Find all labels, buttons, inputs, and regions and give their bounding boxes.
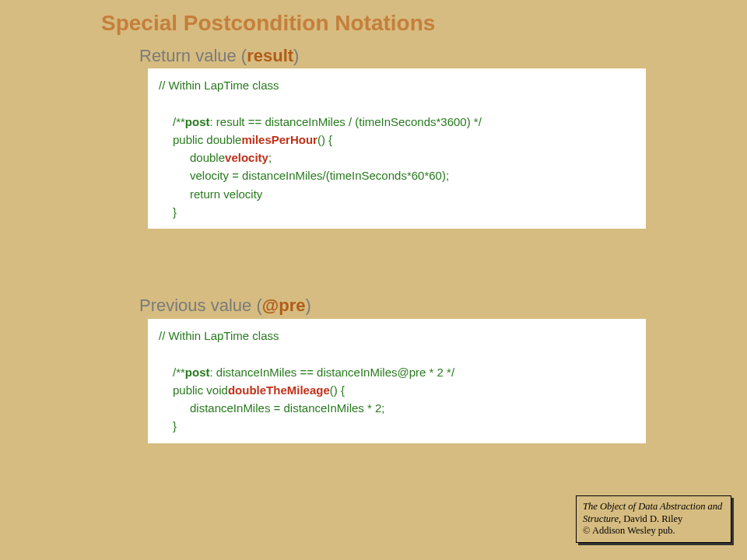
code-frag: ; [268,151,272,164]
code-line: /** post: result == distanceInMiles / (t… [159,113,635,131]
section1-heading-post: ) [293,46,299,65]
code-line: distanceInMiles = distanceInMiles * 2; [159,399,635,417]
code-frag: double [159,149,225,166]
credit-author: , David D. Riley [619,513,682,524]
code-line: // Within LapTime class [159,327,635,345]
section2-heading-em: @pre [262,296,306,315]
code-line: public double milesPerHour() { [159,131,635,149]
credit-publisher: © Addison Wesley pub. [583,525,675,536]
code-frag: } [159,203,177,221]
code-line: velocity = distanceInMiles/(timeInSecond… [159,166,635,184]
method-name: milesPerHour [241,133,317,146]
code-frag: () { [330,383,345,397]
code-keyword-post: post [185,366,210,379]
section1-heading: Return value (result) [139,46,299,66]
method-name: doubleTheMileage [228,383,330,397]
code-line: public void doubleTheMileage() { [159,381,635,399]
credit-box: The Object of Data Abstraction and Struc… [576,495,731,543]
code-line: } [159,417,635,435]
code-frag: distanceInMiles = distanceInMiles * 2; [159,399,385,417]
section2-heading: Previous value (@pre) [139,296,311,316]
code-frag: () { [317,133,332,146]
section1-heading-em: result [247,46,293,65]
code-keyword-post: post [185,115,210,128]
code-frag: velocity = distanceInMiles/(timeInSecond… [159,166,449,184]
code-frag: } [159,417,177,435]
code-line: } [159,203,635,221]
section1-heading-pre: Return value ( [139,46,247,65]
code-blank [159,94,635,112]
code-frag: : distanceInMiles == distanceInMiles@pre… [210,366,455,379]
code-frag: public void [159,381,228,399]
code-line: // Within LapTime class [159,76,635,94]
code-frag: : result == distanceInMiles / (timeInSec… [210,115,482,128]
code-line: /** post: distanceInMiles == distanceInM… [159,363,635,381]
var-name: velocity [225,151,268,164]
code-blank [159,345,635,362]
slide-title: Special Postcondition Notations [101,11,435,36]
code-line: return velocity [159,185,635,203]
code-frag: public double [159,131,241,149]
code-box-1: // Within LapTime class /** post: result… [148,68,646,229]
code-frag: /** [159,113,185,131]
code-line: double velocity; [159,149,635,166]
code-box-2: // Within LapTime class /** post: distan… [148,319,646,443]
code-frag: /** [159,363,185,381]
code-frag: return velocity [159,185,262,203]
section2-heading-post: ) [305,296,310,315]
section2-heading-pre: Previous value ( [139,296,262,315]
